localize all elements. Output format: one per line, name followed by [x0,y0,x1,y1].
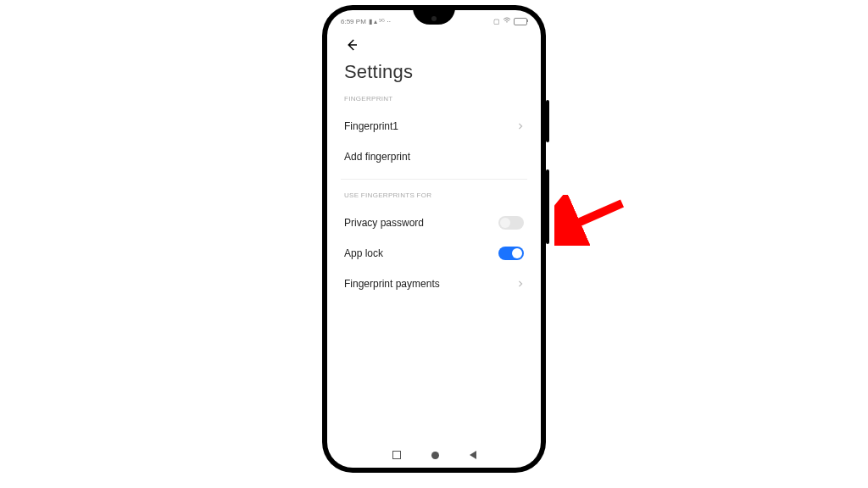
svg-line-1 [565,203,622,229]
vibrate-icon: ▢ [493,18,500,25]
wifi-icon [503,17,511,25]
chevron-right-icon [517,278,524,290]
phone-power-button [546,169,549,244]
phone-frame: 6:59 PM ▮ ▴ ⁵ᴳ ·· ▢ Settings FINGERPRINT [322,5,546,473]
row-label: App lock [344,247,383,259]
section-label-use-for: USE FINGERPRINTS FOR [344,191,524,199]
arrow-left-icon [344,37,359,53]
row-label: Add fingerprint [344,151,410,163]
toggle-privacy-password[interactable] [498,216,524,230]
section-divider [341,179,527,180]
phone-screen: 6:59 PM ▮ ▴ ⁵ᴳ ·· ▢ Settings FINGERPRINT [327,10,541,468]
page-title: Settings [344,61,524,83]
nav-back-icon[interactable] [470,451,476,459]
chevron-right-icon [517,120,524,132]
section-label-fingerprint: FINGERPRINT [344,95,524,103]
nav-home-icon[interactable] [431,452,439,459]
row-fingerprint1[interactable]: Fingerprint1 [344,111,524,141]
row-add-fingerprint[interactable]: Add fingerprint [344,141,524,172]
nav-recent-icon[interactable] [392,451,401,459]
row-label: Fingerprint payments [344,278,440,290]
row-label: Privacy password [344,217,424,229]
row-label: Fingerprint1 [344,120,398,132]
row-privacy-password[interactable]: Privacy password [344,208,524,238]
phone-volume-button [546,100,549,142]
android-nav-bar [327,447,541,463]
row-fingerprint-payments[interactable]: Fingerprint payments [344,269,524,299]
back-button[interactable] [344,37,524,53]
annotation-arrow-icon [554,195,631,246]
battery-icon [514,18,527,25]
status-indicators: ▮ ▴ ⁵ᴳ ·· [369,18,391,25]
status-time: 6:59 PM [341,18,366,25]
row-app-lock[interactable]: App lock [344,238,524,269]
toggle-app-lock[interactable] [498,247,524,260]
